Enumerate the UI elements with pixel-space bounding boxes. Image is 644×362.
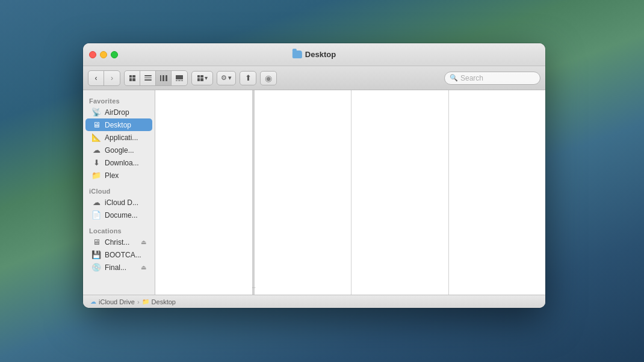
search-icon: 🔍 xyxy=(450,74,458,82)
sidebar-item-desktop[interactable]: 🖥 Desktop xyxy=(85,118,152,131)
tag-icon: ◉ xyxy=(265,73,272,83)
sidebar-item-label: Downloa... xyxy=(105,159,139,167)
list-icon xyxy=(144,75,152,81)
sidebar-item-airdrop[interactable]: 📡 AirDrop xyxy=(85,106,152,118)
locations-section-label: Locations xyxy=(83,225,155,236)
grid-icon xyxy=(129,75,135,81)
titlebar: Desktop xyxy=(83,43,545,66)
breadcrumb-cloud-icon: ☁ xyxy=(90,298,96,305)
sidebar-item-label: Docume... xyxy=(105,211,138,219)
close-button[interactable] xyxy=(89,51,96,58)
share-icon: ⬆ xyxy=(245,73,252,82)
applications-icon: 📐 xyxy=(91,133,101,142)
sidebar-item-label: Desktop xyxy=(105,121,131,129)
view-options-dropdown[interactable]: ▾ xyxy=(191,71,213,85)
tag-button[interactable]: ◉ xyxy=(260,71,277,85)
icloud-drive-icon: ☁ xyxy=(91,198,101,207)
sidebar-item-final[interactable]: 💿 Final... ⏏ xyxy=(85,261,152,274)
sidebar-item-label: iCloud D... xyxy=(105,198,138,207)
toolbar: ‹ › xyxy=(83,66,545,90)
search-placeholder: Search xyxy=(460,74,483,82)
main-content: Favorites 📡 AirDrop 🖥 Desktop 📐 Applicat… xyxy=(83,90,545,295)
sidebar-item-label: Plex xyxy=(105,171,119,180)
window-title: Desktop xyxy=(305,50,336,59)
gallery-icon xyxy=(176,75,183,81)
statusbar: ☁ iCloud Drive › 📁 Desktop xyxy=(83,295,545,308)
sidebar-item-christoph[interactable]: 🖥 Christ... ⏏ xyxy=(85,236,152,248)
sidebar-item-google-drive[interactable]: ☁ Google... xyxy=(85,144,152,156)
eject-button-final[interactable]: ⏏ xyxy=(141,264,146,271)
search-box[interactable]: 🔍 Search xyxy=(444,72,540,85)
icon-view-button[interactable] xyxy=(125,71,140,85)
forward-button[interactable]: › xyxy=(104,71,120,85)
icloud-section-label: iCloud xyxy=(83,185,155,196)
sidebar-item-label: AirDrop xyxy=(105,108,129,117)
sidebar-item-label: Final... xyxy=(105,263,126,272)
downloads-icon: ⬇ xyxy=(91,158,101,167)
view-dropdown-grid-icon xyxy=(197,75,203,81)
finder-window: Desktop ‹ › xyxy=(83,43,545,308)
sidebar-item-label: BOOTCA... xyxy=(105,251,141,259)
breadcrumb-separator: › xyxy=(137,298,140,305)
gallery-view-button[interactable] xyxy=(172,71,187,85)
minimize-button[interactable] xyxy=(100,51,107,58)
column-pane-2 xyxy=(255,90,352,295)
back-icon: ‹ xyxy=(95,74,98,82)
column-pane-1 xyxy=(155,90,253,295)
drive-icon: 💾 xyxy=(91,250,101,259)
favorites-section-label: Favorites xyxy=(83,95,155,106)
sidebar-item-icloud-drive[interactable]: ☁ iCloud D... xyxy=(85,196,152,209)
gear-icon: ⚙ xyxy=(221,74,227,82)
view-button-group xyxy=(124,70,188,86)
sidebar-item-label: Google... xyxy=(105,146,134,155)
maximize-button[interactable] xyxy=(111,51,118,58)
breadcrumb-desktop: Desktop xyxy=(152,298,176,305)
sidebar-item-label: Christ... xyxy=(105,238,129,247)
action-chevron-icon: ▾ xyxy=(228,74,232,82)
forward-icon: › xyxy=(111,74,113,82)
traffic-lights xyxy=(89,51,118,58)
sidebar: Favorites 📡 AirDrop 🖥 Desktop 📐 Applicat… xyxy=(83,90,155,295)
desktop-folder-icon: 🖥 xyxy=(91,120,101,129)
columns-icon xyxy=(160,75,167,81)
computer-icon: 🖥 xyxy=(91,238,101,247)
action-button[interactable]: ⚙ ▾ xyxy=(217,71,236,85)
eject-button-christoph[interactable]: ⏏ xyxy=(141,239,146,245)
sidebar-item-bootcamp[interactable]: 💾 BOOTCA... xyxy=(85,248,152,261)
breadcrumb-folder-icon: 📁 xyxy=(142,298,149,305)
column-view-button[interactable] xyxy=(156,71,172,85)
column-pane-4 xyxy=(449,90,546,295)
breadcrumb-icloud: iCloud Drive xyxy=(99,298,135,305)
view-dropdown-chevron: ▾ xyxy=(205,75,208,81)
sidebar-item-applications[interactable]: 📐 Applicati... xyxy=(85,131,152,144)
airdrop-icon: 📡 xyxy=(91,108,101,117)
list-view-button[interactable] xyxy=(140,71,156,85)
back-button[interactable]: ‹ xyxy=(88,71,104,85)
sidebar-item-documents[interactable]: 📄 Docume... xyxy=(85,209,152,221)
share-button[interactable]: ⬆ xyxy=(240,71,256,85)
nav-button-group: ‹ › xyxy=(88,70,120,86)
column-pane-3 xyxy=(351,90,449,295)
sidebar-item-downloads[interactable]: ⬇ Downloa... xyxy=(85,156,152,169)
sidebar-item-plex[interactable]: 📁 Plex xyxy=(85,169,152,182)
title-folder-icon xyxy=(293,51,302,58)
google-drive-icon: ☁ xyxy=(91,146,101,155)
plex-folder-icon: 📁 xyxy=(91,171,101,180)
drive2-icon: 💿 xyxy=(91,263,101,272)
documents-icon: 📄 xyxy=(91,210,101,219)
sidebar-item-label: Applicati... xyxy=(105,133,138,142)
file-content-area: ⁞ xyxy=(155,90,545,295)
window-title-area: Desktop xyxy=(293,50,336,59)
